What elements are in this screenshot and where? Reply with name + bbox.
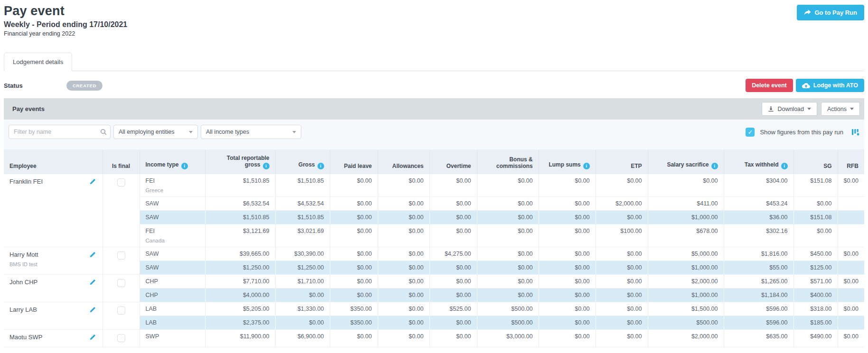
value-cell: $0.00 [477,174,539,197]
column-header-label: Lump sums [549,161,580,168]
chevron-down-icon [189,131,193,133]
tab-lodgement-details[interactable]: Lodgement details [4,53,72,71]
show-figures-label: Show figures from this pay run [760,129,843,136]
lodge-with-ato-button[interactable]: Lodge with ATO [796,79,864,92]
delete-event-button[interactable]: Delete event [746,79,793,92]
value-cell: $0.00 [378,330,429,347]
value-cell: $0.00 [596,247,648,261]
column-header-label: Overtime [446,163,471,169]
value-cell: $0.00 [378,211,429,224]
value-cell: $0.00 [275,316,330,330]
is-final-checkbox[interactable] [117,334,125,342]
employee-cell: Larry LAB [4,302,103,330]
edit-pencil-icon[interactable] [89,279,96,286]
is-final-checkbox[interactable] [117,307,125,315]
info-icon[interactable]: i [781,163,788,169]
edit-pencil-icon[interactable] [89,251,96,258]
income-type-code: SAW [146,214,159,221]
value-cell: $0.00 [275,288,330,302]
value-cell: $3,121.69 [205,224,275,247]
info-icon[interactable]: i [181,163,188,169]
edit-pencil-icon[interactable] [89,307,96,313]
value-cell: $5,000.00 [648,247,724,261]
value-cell: $1,816.00 [724,247,793,261]
tab-bar: Lodgement details [4,53,864,71]
value-cell: $0.00 [477,211,539,224]
value-cell: $6,532.54 [205,197,275,211]
value-cell: $36.00 [724,211,793,224]
edit-pencil-icon[interactable] [89,178,96,185]
value-cell: $1,250.00 [205,261,275,275]
column-header-label: Paid leave [344,163,372,169]
value-cell: $0.00 [330,224,378,247]
lodge-with-ato-label: Lodge with ATO [813,82,858,89]
is-final-checkbox[interactable] [117,279,125,287]
is-final-checkbox[interactable] [117,178,125,186]
value-cell: $0.00 [539,174,596,197]
info-icon[interactable]: i [711,163,718,169]
value-cell: $1,000.00 [648,211,724,224]
panel-body: All employing entities All income types … [4,120,864,347]
value-cell: $0.00 [539,211,596,224]
value-cell: $0.00 [539,247,596,261]
value-cell: $0.00 [477,197,539,211]
value-cell: $0.00 [596,330,648,347]
value-cell: $0.00 [429,174,477,197]
value-cell: $2,000.00 [648,275,724,288]
value-cell: $500.00 [477,302,539,316]
income-types-select[interactable]: All income types [201,125,301,139]
download-button[interactable]: Download [762,102,817,116]
value-cell: $0.00 [838,330,864,347]
value-cell: $1,265.00 [724,275,793,288]
info-icon[interactable]: i [583,163,590,169]
column-header-label: Is final [112,163,130,169]
table-row: John CHPCHP$7,710.00$1,710.00$0.00$0.00$… [4,275,864,288]
value-cell: $0.00 [477,247,539,261]
value-cell [838,316,864,330]
employee-cell: Harry MottBMS ID test [4,247,103,275]
income-type-cell: SWP [140,330,205,347]
value-cell: $30,390.00 [275,247,330,261]
income-type-cell: FEIGreece [140,174,205,197]
info-icon[interactable]: i [317,163,324,169]
status-row: Status CREATED Delete event Lodge with A… [4,79,864,92]
value-cell: $0.00 [330,247,378,261]
info-icon[interactable]: i [263,163,270,169]
actions-button[interactable]: Actions [821,102,860,116]
value-cell: $1,500.00 [648,302,724,316]
filter-by-name-input[interactable] [9,125,111,139]
value-cell: $1,250.00 [275,261,330,275]
column-header: ETP [596,149,648,174]
pay-events-panel: Pay events Download Actions [4,98,864,347]
is-final-checkbox[interactable] [117,251,125,260]
value-cell: $302.16 [724,224,793,247]
value-cell: $0.00 [539,261,596,275]
income-type-code: SAW [146,251,159,257]
value-cell: $1,510.85 [275,174,330,197]
value-cell: $0.00 [330,288,378,302]
edit-pencil-icon[interactable] [89,334,96,341]
value-cell: $0.00 [429,261,477,275]
title-block: Pay event Weekly - Period ending 17/10/2… [4,4,797,37]
value-cell: $0.00 [477,261,539,275]
chevron-down-icon [292,131,296,133]
show-figures-group: ✓ Show figures from this pay run [746,128,859,137]
value-cell: $0.00 [330,330,378,347]
employing-entities-select[interactable]: All employing entities [113,125,198,139]
employee-cell: John CHP [4,275,103,302]
value-cell: $55.00 [724,261,793,275]
value-cell: $0.00 [330,261,378,275]
go-to-pay-run-button[interactable]: Go to Pay Run [797,5,864,20]
value-cell: $1,000.00 [648,261,724,275]
is-final-cell [103,174,140,247]
income-type-cell: CHP [140,275,205,288]
show-figures-checkbox[interactable]: ✓ [746,128,755,137]
value-cell: $635.00 [724,330,793,347]
income-type-cell: FEICanada [140,224,205,247]
column-settings-icon[interactable] [851,129,859,136]
forward-arrow-icon [804,9,811,16]
employee-name: Maotu SWP [9,334,42,341]
income-type-code: LAB [146,319,157,326]
table-row: Harry MottBMS ID testSAW$39,665.00$30,39… [4,247,864,261]
table-row: Larry LABLAB$5,205.00$1,330.00$350.00$0.… [4,302,864,316]
